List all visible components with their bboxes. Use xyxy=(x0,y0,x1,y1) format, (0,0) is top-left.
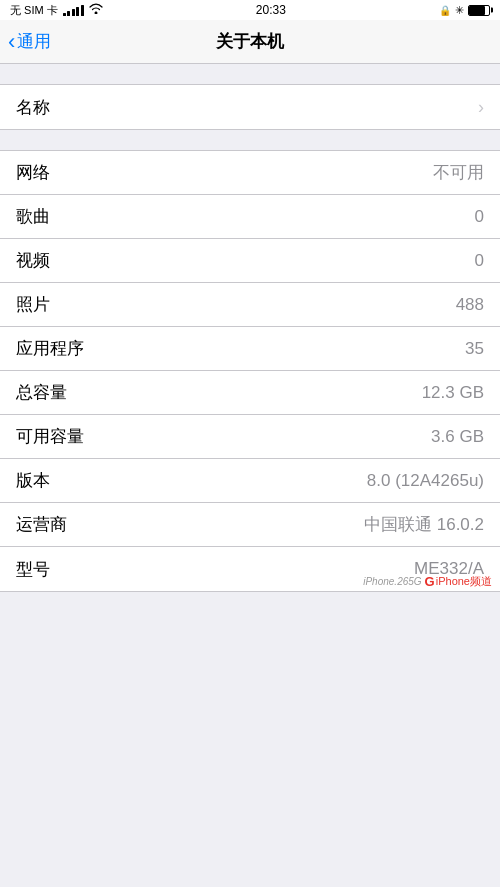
signal-bar-4 xyxy=(76,7,79,16)
info-section: 网络 不可用 歌曲 0 视频 0 照片 488 应用程序 35 总容量 12.3… xyxy=(0,150,500,592)
row-value-capacity: 12.3 GB xyxy=(422,383,484,403)
back-button[interactable]: ‹ 通用 xyxy=(8,30,51,53)
row-label-name: 名称 xyxy=(16,96,50,119)
content-area: 名称 › 网络 不可用 歌曲 0 视频 0 照片 488 应用程序 35 xyxy=(0,64,500,887)
wifi-icon xyxy=(89,3,103,17)
row-label-apps: 应用程序 xyxy=(16,337,84,360)
lock-icon: 🔒 xyxy=(439,5,451,16)
status-right: 🔒 ✳ xyxy=(439,4,490,17)
spacer-1 xyxy=(0,130,500,150)
row-label-carrier: 运营商 xyxy=(16,513,67,536)
row-label-available: 可用容量 xyxy=(16,425,84,448)
row-value-network: 不可用 xyxy=(433,161,484,184)
status-bar: 无 SIM 卡 20:33 🔒 ✳ xyxy=(0,0,500,20)
signal-bar-5 xyxy=(81,5,84,16)
chevron-icon: › xyxy=(478,97,484,118)
status-time: 20:33 xyxy=(256,3,286,17)
signal-bars xyxy=(63,5,84,16)
carrier-text: 无 SIM 卡 xyxy=(10,3,58,18)
status-left: 无 SIM 卡 xyxy=(10,3,103,18)
row-value-carrier: 中国联通 16.0.2 xyxy=(364,513,484,536)
row-label-photos: 照片 xyxy=(16,293,50,316)
signal-bar-2 xyxy=(67,11,70,16)
row-value-available: 3.6 GB xyxy=(431,427,484,447)
table-row[interactable]: 总容量 12.3 GB xyxy=(0,371,500,415)
table-row[interactable]: 名称 › xyxy=(0,85,500,129)
table-row[interactable]: 视频 0 xyxy=(0,239,500,283)
bluetooth-icon: ✳ xyxy=(455,4,464,17)
row-label-songs: 歌曲 xyxy=(16,205,50,228)
signal-bar-3 xyxy=(72,9,75,16)
row-value-apps: 35 xyxy=(465,339,484,359)
battery-icon xyxy=(468,5,490,16)
row-value-videos: 0 xyxy=(475,251,484,271)
table-row[interactable]: 运营商 中国联通 16.0.2 xyxy=(0,503,500,547)
row-label-videos: 视频 xyxy=(16,249,50,272)
table-row[interactable]: 网络 不可用 xyxy=(0,151,500,195)
row-value-songs: 0 xyxy=(475,207,484,227)
nav-bar: ‹ 通用 关于本机 xyxy=(0,20,500,64)
back-label[interactable]: 通用 xyxy=(17,30,51,53)
battery-fill xyxy=(469,6,485,15)
table-row[interactable]: 可用容量 3.6 GB xyxy=(0,415,500,459)
back-chevron-icon: ‹ xyxy=(8,31,15,53)
page-title: 关于本机 xyxy=(216,30,284,53)
signal-bar-1 xyxy=(63,13,66,16)
row-label-model: 型号 xyxy=(16,558,50,581)
row-value-photos: 488 xyxy=(456,295,484,315)
table-row[interactable]: 型号 ME332/A iPhone.265G G iPhone频道 xyxy=(0,547,500,591)
name-section: 名称 › xyxy=(0,84,500,130)
row-label-capacity: 总容量 xyxy=(16,381,67,404)
row-value-version: 8.0 (12A4265u) xyxy=(367,471,484,491)
row-label-network: 网络 xyxy=(16,161,50,184)
row-label-version: 版本 xyxy=(16,469,50,492)
table-row[interactable]: 照片 488 xyxy=(0,283,500,327)
row-value-name: › xyxy=(478,97,484,118)
table-row[interactable]: 应用程序 35 xyxy=(0,327,500,371)
table-row[interactable]: 版本 8.0 (12A4265u) xyxy=(0,459,500,503)
table-row[interactable]: 歌曲 0 xyxy=(0,195,500,239)
